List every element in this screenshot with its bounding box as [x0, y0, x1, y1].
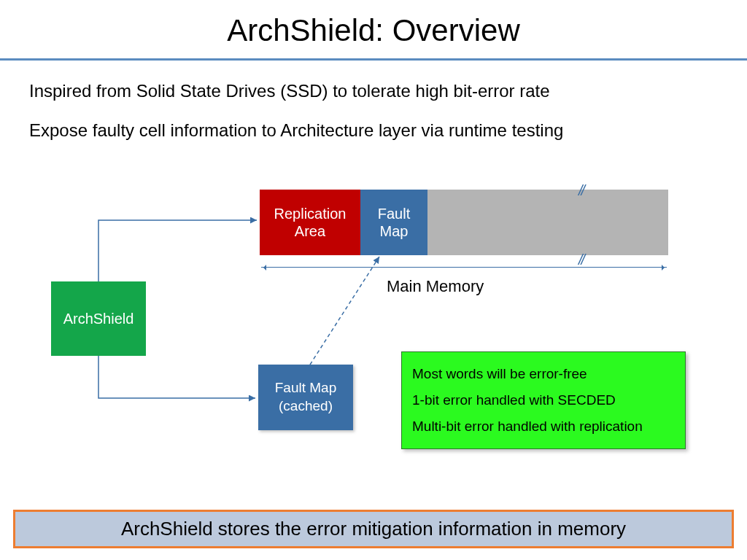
- fault-map-cached-box: Fault Map (cached): [258, 365, 353, 430]
- callout-line-2: 1-bit error handled with SECDED: [412, 387, 675, 413]
- bullet-list: Inspired from Solid State Drives (SSD) t…: [0, 61, 747, 141]
- page-title: ArchShield: Overview: [0, 0, 747, 48]
- summary-banner: ArchShield stores the error mitigation i…: [13, 510, 734, 548]
- bullet-1: Inspired from Solid State Drives (SSD) t…: [29, 81, 718, 101]
- info-callout: Most words will be error-free 1-bit erro…: [401, 351, 686, 449]
- axis-break-icon: //: [578, 252, 584, 268]
- memory-label: Main Memory: [387, 277, 484, 296]
- memory-rest: // //: [427, 190, 668, 255]
- archshield-box: ArchShield: [51, 281, 146, 356]
- memory-replication-area: Replication Area: [260, 190, 360, 255]
- architecture-diagram: ArchShield Replication Area Fault Map //…: [0, 182, 747, 496]
- memory-dimension-line: [261, 267, 667, 268]
- memory-bar: Replication Area Fault Map // //: [260, 190, 668, 255]
- bullet-2: Expose faulty cell information to Archit…: [29, 120, 718, 141]
- memory-fault-map: Fault Map: [360, 190, 427, 255]
- callout-line-3: Multi-bit error handled with replication: [412, 413, 675, 440]
- axis-break-icon: //: [578, 182, 584, 199]
- callout-line-1: Most words will be error-free: [412, 361, 675, 387]
